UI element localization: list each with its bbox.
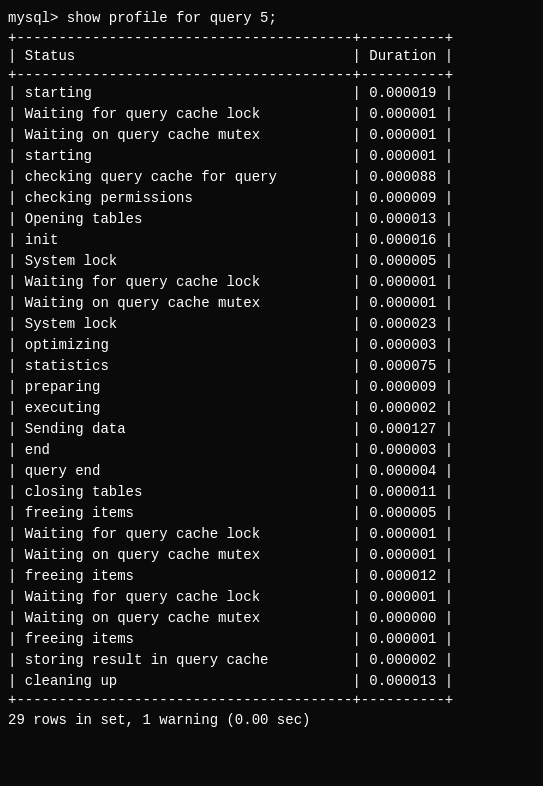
divider-bot: +---------------------------------------…: [8, 692, 535, 708]
table-row: | starting | 0.000019 |: [8, 83, 535, 104]
table-body: | starting | 0.000019 || Waiting for que…: [8, 83, 535, 692]
table-row: | freeing items | 0.000012 |: [8, 566, 535, 587]
table-row: | Waiting on query cache mutex | 0.00000…: [8, 125, 535, 146]
table-row: | checking permissions | 0.000009 |: [8, 188, 535, 209]
table-row: | System lock | 0.000005 |: [8, 251, 535, 272]
table-row: | Waiting for query cache lock | 0.00000…: [8, 104, 535, 125]
footer-line: 29 rows in set, 1 warning (0.00 sec): [8, 712, 535, 728]
table-row: | optimizing | 0.000003 |: [8, 335, 535, 356]
table-row: | System lock | 0.000023 |: [8, 314, 535, 335]
table-row: | freeing items | 0.000001 |: [8, 629, 535, 650]
table-row: | Sending data | 0.000127 |: [8, 419, 535, 440]
table-row: | Opening tables | 0.000013 |: [8, 209, 535, 230]
table-row: | closing tables | 0.000011 |: [8, 482, 535, 503]
divider-top: +---------------------------------------…: [8, 30, 535, 46]
prompt-line: mysql> show profile for query 5;: [8, 10, 535, 26]
table-row: | storing result in query cache | 0.0000…: [8, 650, 535, 671]
table-row: | executing | 0.000002 |: [8, 398, 535, 419]
table-row: | Waiting on query cache mutex | 0.00000…: [8, 545, 535, 566]
table-row: | query end | 0.000004 |: [8, 461, 535, 482]
terminal: mysql> show profile for query 5; +------…: [8, 10, 535, 728]
table-row: | checking query cache for query | 0.000…: [8, 167, 535, 188]
table-row: | Waiting on query cache mutex | 0.00000…: [8, 608, 535, 629]
table-row: | end | 0.000003 |: [8, 440, 535, 461]
table-row: | Waiting for query cache lock | 0.00000…: [8, 272, 535, 293]
table-row: | cleaning up | 0.000013 |: [8, 671, 535, 692]
table-row: | init | 0.000016 |: [8, 230, 535, 251]
table-row: | Waiting for query cache lock | 0.00000…: [8, 524, 535, 545]
table-row: | Waiting for query cache lock | 0.00000…: [8, 587, 535, 608]
table-row: | starting | 0.000001 |: [8, 146, 535, 167]
table-row: | freeing items | 0.000005 |: [8, 503, 535, 524]
table-row: | statistics | 0.000075 |: [8, 356, 535, 377]
table-row: | preparing | 0.000009 |: [8, 377, 535, 398]
table-row: | Waiting on query cache mutex | 0.00000…: [8, 293, 535, 314]
table-header: | Status | Duration |: [8, 46, 535, 67]
divider-mid: +---------------------------------------…: [8, 67, 535, 83]
